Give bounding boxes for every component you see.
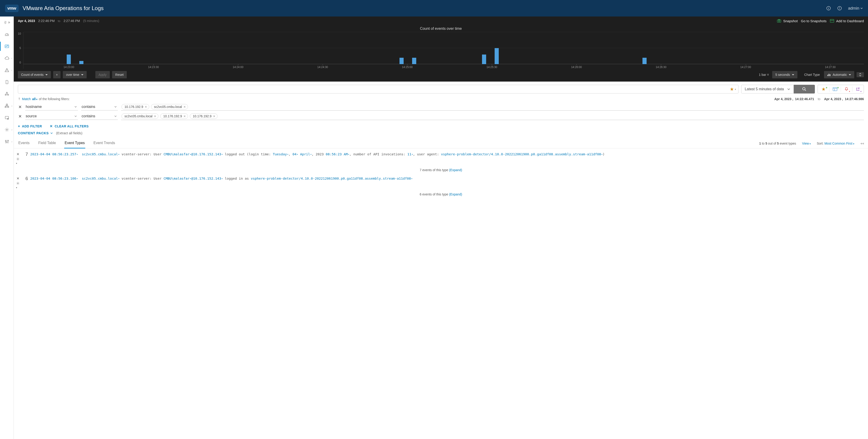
chart-bar[interactable] bbox=[482, 55, 486, 64]
chip-remove-icon[interactable]: ✕ bbox=[145, 105, 147, 108]
sidebar-item-dashboard[interactable] bbox=[4, 31, 10, 38]
filter-chip[interactable]: sc2vc05.cmbu.local✕ bbox=[122, 114, 158, 119]
filter-operator-dropdown[interactable]: contains bbox=[81, 103, 118, 111]
filter-chip[interactable]: 10.176.192.9✕ bbox=[190, 114, 218, 119]
star-icon: ★ bbox=[822, 86, 826, 92]
dismiss-event-button[interactable]: ✕ bbox=[17, 152, 20, 156]
count-dropdown[interactable]: Count of events bbox=[18, 71, 51, 79]
chart-bar[interactable] bbox=[79, 61, 84, 64]
event-settings-button[interactable]: ▾ bbox=[16, 181, 20, 189]
filter-values[interactable]: sc2vc05.cmbu.local✕10.176.192.9✕10.176.1… bbox=[121, 113, 864, 120]
sidebar-item-alerts[interactable]: › bbox=[4, 67, 10, 73]
filter-chip[interactable]: sc2vc05.cmbu.local✕ bbox=[151, 104, 188, 109]
sidebar-item-cloud[interactable]: › bbox=[4, 55, 10, 61]
sidebar-item-nodes[interactable] bbox=[4, 91, 10, 97]
event-settings-button[interactable]: ▾ bbox=[16, 157, 20, 165]
tab-event-trends[interactable]: Event Trends bbox=[93, 138, 116, 148]
reset-button[interactable]: Reset bbox=[112, 71, 127, 79]
share-button[interactable]: ▾ bbox=[852, 85, 864, 93]
document-icon bbox=[5, 80, 9, 84]
chip-remove-icon[interactable]: ✕ bbox=[183, 115, 186, 118]
create-alert-button[interactable]: ▾ bbox=[841, 85, 852, 93]
chevron-right-icon bbox=[7, 21, 10, 24]
y-tick: 5 bbox=[20, 46, 21, 50]
sidebar-item-topology[interactable]: › bbox=[4, 103, 10, 109]
svg-point-24 bbox=[7, 140, 8, 141]
event-type-list: ✕▾72023-04-04 08:56:23.257▾ sc2vc05.cmbu… bbox=[14, 149, 868, 204]
app-header: vmw VMware Aria Operations for Logs admi… bbox=[0, 0, 868, 17]
filter-field-dropdown[interactable]: hostname bbox=[25, 103, 78, 111]
filter-values[interactable]: 10.176.192.9✕sc2vc05.cmbu.local✕ bbox=[121, 103, 864, 111]
bar-width-dropdown[interactable]: 5 seconds bbox=[772, 71, 797, 79]
time-range-bar: Apr 4, 2023 2:22:46 PM to 2:27:46 PM (5 … bbox=[14, 17, 868, 25]
dismiss-event-button[interactable]: ✕ bbox=[17, 176, 20, 181]
filters-list: ✕hostnamecontains10.176.192.9✕sc2vc05.cm… bbox=[14, 101, 868, 121]
over-dropdown[interactable]: over time bbox=[63, 71, 87, 79]
match-mode-dropdown[interactable]: all ▾ bbox=[32, 97, 37, 101]
chart-bar[interactable] bbox=[495, 48, 499, 64]
chart-bar[interactable] bbox=[67, 55, 71, 64]
chip-remove-icon[interactable]: ✕ bbox=[154, 115, 156, 118]
time-range-selector[interactable]: Latest 5 minutes of data bbox=[741, 85, 794, 93]
clear-filters-button[interactable]: ✕CLEAR ALL FILTERS bbox=[50, 124, 89, 128]
remove-filter-button[interactable]: ✕ bbox=[18, 104, 22, 109]
user-label: admin bbox=[848, 6, 859, 11]
sidebar-item-config[interactable] bbox=[4, 115, 10, 121]
sidebar-item-tuning[interactable]: › bbox=[4, 138, 10, 145]
info-icon[interactable] bbox=[826, 6, 831, 11]
svg-point-11 bbox=[5, 94, 6, 95]
query-dropdown-caret[interactable]: ▾ bbox=[735, 88, 738, 91]
svg-rect-15 bbox=[7, 106, 9, 108]
collapse-panel-icon[interactable]: ◂◂ bbox=[860, 141, 864, 146]
group-icon bbox=[4, 91, 9, 96]
sidebar-item-explore[interactable] bbox=[4, 43, 10, 50]
chart-controls: Count of events + over time Apply Reset … bbox=[14, 69, 868, 82]
chevron-down-icon bbox=[114, 105, 117, 108]
sidebar-pin[interactable] bbox=[4, 19, 10, 26]
search-button[interactable] bbox=[794, 85, 815, 93]
chevron-right-icon: › bbox=[11, 69, 12, 71]
snapshot-button[interactable]: Snapshot bbox=[777, 19, 798, 23]
tab-events[interactable]: Events bbox=[18, 138, 30, 148]
expand-link[interactable]: (Expand) bbox=[449, 192, 462, 196]
chart-bar[interactable] bbox=[643, 58, 647, 64]
filter-chip[interactable]: 10.176.192.9✕ bbox=[160, 114, 188, 119]
expand-link[interactable]: (Expand) bbox=[449, 168, 462, 172]
query-input[interactable] bbox=[18, 87, 729, 91]
star-icon[interactable]: ★ bbox=[729, 86, 735, 92]
tab-field-table[interactable]: Field Table bbox=[38, 138, 56, 148]
add-series-button[interactable]: + bbox=[53, 71, 61, 79]
filter-field-dropdown[interactable]: source bbox=[25, 113, 78, 120]
content-packs-dropdown[interactable]: CONTENT PACKS bbox=[18, 131, 53, 135]
add-to-dashboard-button[interactable]: + Add to Dashboard bbox=[830, 19, 864, 23]
sidebar-item-settings[interactable]: › bbox=[4, 126, 10, 133]
chart-bar[interactable] bbox=[400, 58, 404, 64]
filter-operator-dropdown[interactable]: contains bbox=[81, 113, 118, 120]
alert-icon[interactable] bbox=[837, 6, 842, 11]
y-tick: 0 bbox=[20, 61, 21, 64]
favorite-query-button[interactable]: ★ + bbox=[818, 85, 829, 93]
event-summary[interactable]: 2023-04-04 08:56:23.106▾ sc2vc05.cmbu.lo… bbox=[30, 176, 864, 181]
collapse-filters-icon[interactable]: ⤒ bbox=[18, 97, 21, 101]
tab-event-types[interactable]: Event Types bbox=[64, 138, 85, 149]
filter-chip[interactable]: 10.176.192.9✕ bbox=[122, 104, 149, 109]
sort-control[interactable]: Sort: Most Common First▾ bbox=[817, 142, 854, 145]
remove-filter-button[interactable]: ✕ bbox=[18, 114, 22, 119]
save-dashboard-button[interactable]: + bbox=[829, 85, 841, 93]
event-summary[interactable]: 2023-04-04 08:56:23.257▾ sc2vc05.cmbu.lo… bbox=[30, 152, 864, 157]
svg-rect-25 bbox=[777, 20, 781, 22]
chevron-down-icon bbox=[74, 115, 77, 118]
add-filter-button[interactable]: +ADD FILTER bbox=[18, 124, 42, 128]
user-menu[interactable]: admin bbox=[848, 6, 863, 11]
go-to-snapshots-link[interactable]: Go to Snapshots bbox=[801, 19, 827, 23]
chart-plot[interactable]: 14:23:0014:23:3014:24:0014:24:3014:25:00… bbox=[23, 32, 864, 69]
chip-remove-icon[interactable]: ✕ bbox=[213, 115, 215, 118]
time-to: 2:27:46 PM bbox=[63, 19, 80, 23]
chip-remove-icon[interactable]: ✕ bbox=[183, 105, 186, 108]
chart-type-dropdown[interactable]: Automatic bbox=[824, 71, 854, 79]
chart-expand-button[interactable] bbox=[857, 72, 864, 77]
chart-bar[interactable] bbox=[412, 58, 416, 64]
sidebar-item-reports[interactable] bbox=[4, 79, 10, 85]
add-dashboard-label: Add to Dashboard bbox=[836, 19, 864, 23]
view-dropdown[interactable]: View▾ bbox=[802, 142, 811, 145]
